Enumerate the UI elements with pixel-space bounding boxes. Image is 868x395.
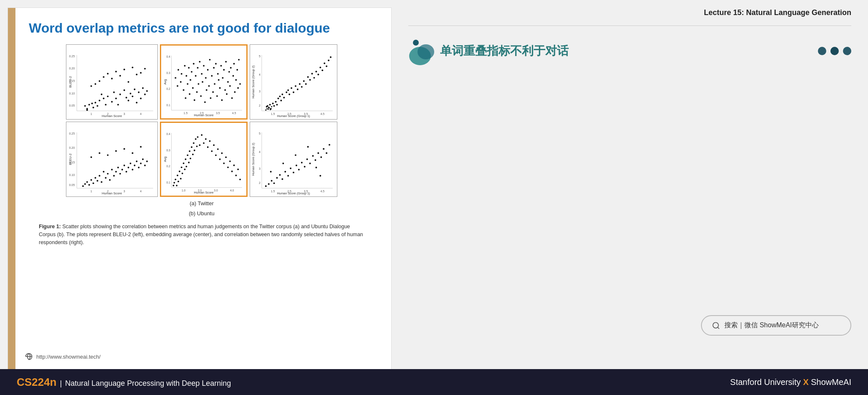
svg-point-110 <box>219 87 221 89</box>
svg-text:2.5: 2.5 <box>287 112 291 115</box>
svg-point-18 <box>99 100 100 102</box>
svg-point-223 <box>132 169 133 171</box>
svg-point-235 <box>124 148 125 150</box>
svg-point-167 <box>305 83 307 85</box>
slide-left-bar <box>8 8 15 369</box>
svg-point-328 <box>320 156 322 158</box>
svg-point-310 <box>271 180 273 181</box>
svg-point-171 <box>313 77 315 79</box>
svg-text:1: 1 <box>91 112 92 115</box>
svg-point-277 <box>203 142 205 144</box>
svg-point-261 <box>184 168 186 170</box>
svg-point-285 <box>219 158 221 160</box>
slide-url-text: http://www.showmeai.tech/ <box>36 354 101 360</box>
scatter-cell-top-left: BLEU-2 Human Score 0.25 0.20 0.15 0.10 0… <box>66 44 158 120</box>
svg-point-205 <box>94 177 96 179</box>
svg-point-230 <box>146 161 148 162</box>
svg-point-126 <box>235 79 237 81</box>
svg-point-92 <box>201 73 202 75</box>
svg-point-53 <box>140 72 142 74</box>
svg-text:4: 4 <box>259 73 261 76</box>
svg-point-173 <box>317 74 319 75</box>
svg-text:Human Score (Group 2): Human Score (Group 2) <box>251 65 255 98</box>
svg-point-76 <box>185 97 187 99</box>
nav-dot-2[interactable] <box>830 47 839 55</box>
svg-text:0.2: 0.2 <box>166 87 170 90</box>
svg-point-216 <box>117 167 119 168</box>
svg-point-203 <box>91 179 92 181</box>
svg-point-37 <box>140 98 142 99</box>
svg-point-116 <box>225 61 227 63</box>
svg-text:0.3: 0.3 <box>166 71 170 74</box>
svg-text:4: 4 <box>259 150 261 153</box>
svg-point-267 <box>190 158 191 159</box>
svg-point-280 <box>209 140 211 142</box>
svg-point-221 <box>128 167 129 168</box>
svg-point-250 <box>173 185 175 186</box>
svg-point-42 <box>94 83 96 85</box>
svg-point-24 <box>111 101 113 102</box>
course-code: CS224n <box>17 376 56 389</box>
svg-point-15 <box>91 102 93 104</box>
svg-point-123 <box>233 75 234 77</box>
svg-point-95 <box>204 101 206 103</box>
svg-text:5: 5 <box>259 132 261 135</box>
svg-point-237 <box>140 146 142 148</box>
course-description: Natural Language Processing with Deep Le… <box>65 379 231 388</box>
svg-point-109 <box>218 79 220 81</box>
svg-point-84 <box>193 63 195 65</box>
svg-point-158 <box>287 89 289 91</box>
svg-text:2: 2 <box>259 104 261 107</box>
stanford-text: Stanford University <box>730 377 801 387</box>
svg-point-34 <box>134 89 135 90</box>
svg-point-266 <box>189 150 190 152</box>
nav-dot-1[interactable] <box>818 47 826 55</box>
svg-point-177 <box>326 65 327 67</box>
svg-point-335 <box>307 146 309 148</box>
svg-point-14 <box>89 104 90 105</box>
svg-point-218 <box>121 169 123 171</box>
svg-point-73 <box>181 73 182 75</box>
svg-point-107 <box>216 95 218 97</box>
svg-point-49 <box>124 69 125 70</box>
svg-point-149 <box>273 105 275 107</box>
svg-point-103 <box>212 91 214 93</box>
svg-point-78 <box>187 83 188 85</box>
svg-point-71 <box>177 69 179 71</box>
svg-point-46 <box>111 78 113 79</box>
svg-point-85 <box>194 99 195 101</box>
svg-point-39 <box>144 94 146 95</box>
svg-point-152 <box>277 98 279 99</box>
svg-point-176 <box>324 63 325 64</box>
bottom-left: CS224n | Natural Language Processing wit… <box>17 376 231 389</box>
svg-point-231 <box>91 156 92 158</box>
svg-point-35 <box>136 102 137 103</box>
svg-point-106 <box>215 63 217 65</box>
svg-point-86 <box>195 75 197 77</box>
svg-point-281 <box>211 150 213 152</box>
svg-text:2.5: 2.5 <box>200 112 204 115</box>
svg-point-323 <box>306 158 308 160</box>
svg-point-29 <box>124 89 125 91</box>
svg-point-40 <box>146 90 148 92</box>
svg-point-54 <box>144 68 146 69</box>
svg-point-311 <box>273 182 275 184</box>
svg-point-334 <box>295 154 296 156</box>
search-bar[interactable]: 搜索｜微信 ShowMeAI研究中心 <box>701 315 851 336</box>
svg-point-214 <box>113 175 115 177</box>
svg-point-31 <box>128 100 129 102</box>
svg-point-23 <box>107 96 109 97</box>
svg-point-32 <box>130 93 132 94</box>
svg-point-229 <box>144 165 146 166</box>
svg-point-88 <box>197 67 199 69</box>
svg-point-17 <box>94 102 96 103</box>
svg-point-337 <box>319 175 321 177</box>
nav-dot-3[interactable] <box>843 47 851 55</box>
svg-text:2: 2 <box>259 181 261 184</box>
svg-point-212 <box>109 179 111 181</box>
svg-text:Human Score: Human Score <box>194 191 213 194</box>
svg-point-120 <box>229 85 231 87</box>
svg-point-72 <box>180 81 182 83</box>
svg-text:3.5: 3.5 <box>216 112 220 115</box>
svg-point-111 <box>220 65 222 66</box>
